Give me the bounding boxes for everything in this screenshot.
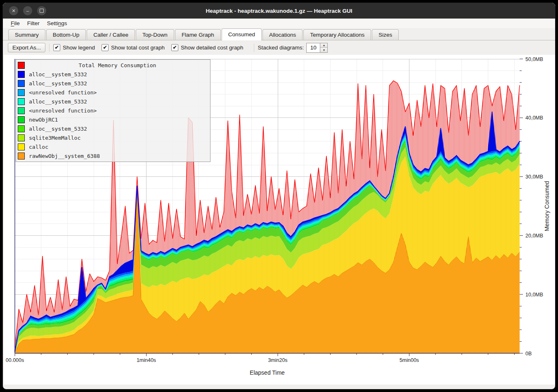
toolbar-separator [254, 44, 254, 52]
legend-item: <unresolved function> [16, 106, 210, 115]
legend-item-label: <unresolved function> [29, 108, 97, 114]
show-total-cost-checkbox[interactable]: ✔ [102, 44, 109, 51]
tab-summary[interactable]: Summary [8, 29, 45, 40]
legend-title-row: Total Memory Consumption [16, 61, 210, 70]
menu-filter[interactable]: Filter [24, 19, 43, 27]
tab-top-down[interactable]: Top-Down [136, 29, 174, 40]
stacked-diagrams-value[interactable]: 10 [306, 43, 320, 53]
window-controls: ✕ – [3, 6, 46, 15]
legend-item-label: calloc [29, 144, 48, 150]
show-legend-label: Show legend [63, 45, 95, 51]
show-detailed-cost-checkbox[interactable]: ✔ [171, 44, 178, 51]
svg-text:40,0MB: 40,0MB [525, 115, 543, 121]
legend-item-label: sqlite3MemMalloc [29, 135, 80, 141]
color-swatch [18, 125, 25, 132]
app-window: ✕ – Heaptrack - heaptrack.wakunode.1.gz … [2, 2, 556, 390]
color-swatch [18, 107, 25, 114]
svg-text:Elapsed Time: Elapsed Time [250, 369, 285, 376]
show-total-cost-checkbox-group[interactable]: ✔ Show total cost graph [102, 44, 165, 51]
show-detailed-cost-checkbox-group[interactable]: ✔ Show detailed cost graph [171, 44, 244, 51]
legend-item: alloc__system_5332 [16, 79, 210, 88]
maximize-square-glyph [40, 9, 44, 13]
spin-down-icon[interactable]: ▼ [320, 48, 327, 52]
toolbar-separator [49, 44, 50, 52]
title-bar: ✕ – Heaptrack - heaptrack.wakunode.1.gz … [3, 3, 555, 19]
legend-item: alloc__system_5332 [16, 97, 210, 106]
window-title: Heaptrack - heaptrack.wakunode.1.gz — He… [3, 8, 555, 14]
menu-file[interactable]: File [7, 19, 24, 27]
color-swatch [18, 89, 25, 96]
legend-item: newObjRC1 [16, 115, 210, 124]
legend-item: <unresolved function> [16, 88, 210, 97]
svg-text:30,0MB: 30,0MB [525, 174, 543, 180]
maximize-icon[interactable] [37, 6, 46, 15]
legend-title: Total Memory Consumption [25, 62, 210, 68]
color-swatch [18, 116, 25, 123]
memory-consumption-chart: 00.000s1min40s3min20s5min00s0B10,0MB20,0… [4, 55, 555, 385]
menu-bar: FileFilterSettings [3, 19, 555, 28]
legend-item-label: rawNewObj__system_6388 [29, 153, 100, 159]
legend-item: alloc__system_5332 [16, 70, 210, 79]
svg-text:Memory Consumed: Memory Consumed [544, 181, 550, 231]
legend-item-label: alloc__system_5332 [29, 80, 87, 87]
color-swatch [18, 71, 25, 78]
legend-item: alloc__system_5332 [16, 124, 210, 133]
legend-item: rawNewObj__system_6388 [16, 151, 210, 160]
show-legend-checkbox-group[interactable]: ✔ Show legend [53, 44, 95, 51]
legend-item-label: alloc__system_5332 [29, 126, 87, 132]
legend-item-label: alloc__system_5332 [29, 71, 87, 77]
color-swatch [18, 143, 25, 150]
svg-text:0B: 0B [525, 351, 532, 357]
svg-text:1min40s: 1min40s [137, 357, 156, 363]
menu-settings[interactable]: Settings [43, 19, 71, 27]
color-swatch [18, 153, 25, 160]
tab-flame-graph[interactable]: Flame Graph [175, 29, 221, 40]
show-total-cost-label: Show total cost graph [111, 45, 165, 51]
toolbar: Export As... ✔ Show legend ✔ Show total … [3, 40, 555, 55]
legend-item-label: <unresolved function> [29, 89, 97, 96]
tab-temporary-allocations[interactable]: Temporary Allocations [303, 29, 371, 40]
show-detailed-cost-label: Show detailed cost graph [181, 45, 244, 51]
legend-item-label: newObjRC1 [29, 117, 58, 123]
legend-item: calloc [16, 142, 210, 151]
tab-bottom-up[interactable]: Bottom-Up [46, 29, 86, 40]
tab-sizes[interactable]: Sizes [372, 29, 399, 40]
tab-bar: Summary Bottom-Up Caller / Callee Top-Do… [3, 28, 555, 40]
svg-text:00.000s: 00.000s [6, 357, 24, 363]
color-swatch [18, 80, 25, 87]
color-swatch [18, 134, 25, 141]
tab-consumed[interactable]: Consumed [222, 28, 262, 40]
spinner-buttons: ▲ ▼ [320, 43, 328, 53]
export-as-button[interactable]: Export As... [8, 43, 45, 52]
spin-up-icon[interactable]: ▲ [320, 43, 327, 48]
tab-caller-callee[interactable]: Caller / Callee [87, 29, 135, 40]
legend-item-label: alloc__system_5332 [29, 99, 87, 105]
show-legend-checkbox[interactable]: ✔ [53, 44, 60, 51]
svg-text:20,0MB: 20,0MB [525, 233, 543, 239]
color-swatch [18, 62, 25, 69]
color-swatch [18, 98, 25, 105]
svg-text:50,0MB: 50,0MB [525, 56, 543, 62]
legend-item: sqlite3MemMalloc [16, 133, 210, 142]
chart-legend: Total Memory Consumption alloc__system_5… [16, 59, 210, 162]
close-icon[interactable]: ✕ [9, 6, 18, 15]
svg-text:10,0MB: 10,0MB [525, 292, 543, 298]
stacked-diagrams-spinbox[interactable]: 10 ▲ ▼ [306, 43, 328, 53]
svg-text:5min00s: 5min00s [400, 357, 419, 363]
minimize-icon[interactable]: – [23, 6, 32, 15]
svg-text:3min20s: 3min20s [268, 357, 287, 363]
tab-allocations[interactable]: Allocations [262, 29, 303, 40]
stacked-diagrams-label: Stacked diagrams: [258, 45, 304, 51]
